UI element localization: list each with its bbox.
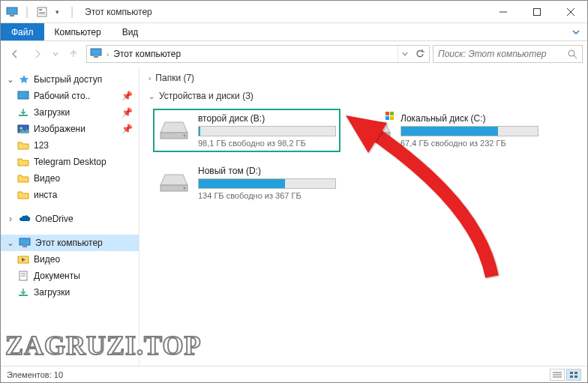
navigation-bar: › Этот компьютер (1, 41, 587, 67)
body: ⌄ Быстрый доступ Рабочий сто.. 📌 Загрузк… (1, 67, 587, 368)
svg-rect-38 (570, 372, 573, 374)
sidebar-item-123[interactable]: 123 (1, 137, 139, 154)
sidebar-quick-access[interactable]: ⌄ Быстрый доступ (1, 71, 139, 88)
drive-name: Новый том (D:) (198, 166, 336, 176)
drive-name: Локальный диск (C:) (400, 113, 538, 124)
address-bar[interactable]: › Этот компьютер (86, 45, 430, 63)
sidebar-pc-video[interactable]: Видео (1, 251, 139, 268)
forward-button[interactable] (28, 44, 47, 64)
chevron-down-icon: ⌄ (7, 74, 14, 85)
pictures-icon (17, 124, 29, 134)
sidebar-item-label: Видео (34, 173, 60, 184)
svg-rect-40 (570, 376, 573, 378)
sidebar-item-desktop[interactable]: Рабочий сто.. 📌 (1, 88, 139, 104)
drive-item[interactable]: второй диск (B:)98,1 ГБ свободно из 98,2… (153, 109, 340, 152)
pc-icon (5, 5, 19, 19)
address-dropdown[interactable] (398, 46, 411, 62)
svg-rect-19 (22, 246, 27, 247)
tab-file[interactable]: Файл (1, 23, 44, 40)
sidebar-item-insta[interactable]: инста (1, 187, 139, 203)
documents-icon (17, 271, 29, 281)
drive-item[interactable]: Новый том (D:)134 ГБ свободно из 367 ГБ (153, 161, 340, 205)
svg-point-34 (184, 187, 186, 190)
drive-name: второй диск (B:) (198, 113, 336, 124)
desktop-icon (17, 91, 29, 101)
pin-icon: 📌 (122, 91, 133, 101)
search-icon[interactable] (568, 49, 578, 59)
sidebar-item-label: 123 (34, 140, 49, 151)
downloads-icon (17, 287, 29, 298)
svg-rect-1 (10, 15, 14, 16)
window-buttons (486, 1, 587, 23)
svg-line-13 (574, 55, 577, 58)
ribbon-collapse-button[interactable] (565, 23, 587, 40)
chevron-down-icon: ⌄ (148, 92, 154, 100)
svg-rect-30 (390, 112, 394, 115)
drive-info: 134 ГБ свободно из 367 ГБ (198, 191, 336, 200)
status-bar: Элементов: 10 (1, 366, 587, 382)
sidebar-item-label: Загрузки (34, 287, 70, 298)
sidebar-pc-downloads[interactable]: Загрузки (1, 284, 139, 301)
group-label: Папки (7) (155, 73, 194, 83)
drive-icon (158, 113, 190, 140)
tab-view[interactable]: Вид (112, 23, 149, 40)
window-title: Этот компьютер (85, 7, 152, 17)
sidebar-item-pictures[interactable]: Изображени 📌 (1, 121, 139, 137)
main-content: › Папки (7) ⌄ Устройства и диски (3) вто… (140, 67, 587, 368)
sidebar-label: Быстрый доступ (34, 74, 102, 85)
sidebar-this-pc[interactable]: ⌄ Этот компьютер (1, 235, 139, 251)
recent-dropdown[interactable] (50, 44, 61, 64)
details-view-button[interactable] (550, 369, 565, 381)
minimize-button[interactable] (486, 1, 520, 23)
chevron-right-icon: › (7, 214, 14, 224)
svg-rect-39 (574, 372, 578, 374)
group-folders[interactable]: › Папки (7) (148, 73, 578, 83)
qat-dropdown-icon[interactable]: ▾ (50, 5, 64, 19)
divider-icon: | (65, 5, 79, 19)
sidebar-item-video[interactable]: Видео (1, 170, 139, 187)
svg-rect-41 (574, 376, 578, 378)
group-label: Устройства и диски (3) (159, 91, 254, 101)
tiles-view-button[interactable] (566, 369, 581, 381)
svg-rect-4 (39, 12, 45, 13)
svg-rect-10 (91, 49, 101, 55)
sidebar: ⌄ Быстрый доступ Рабочий сто.. 📌 Загрузк… (1, 67, 140, 368)
back-button[interactable] (5, 44, 25, 64)
refresh-button[interactable] (412, 46, 428, 62)
close-button[interactable] (554, 1, 587, 23)
sidebar-item-label: Рабочий сто.. (34, 91, 90, 101)
svg-rect-18 (20, 238, 30, 245)
pin-icon: 📌 (122, 107, 133, 118)
search-box[interactable] (433, 45, 583, 63)
svg-rect-14 (18, 91, 28, 99)
svg-rect-0 (7, 7, 17, 14)
svg-rect-29 (386, 112, 389, 115)
svg-rect-5 (39, 13, 45, 14)
address-path[interactable]: Этот компьютер (113, 49, 181, 59)
chevron-right-icon: › (106, 50, 109, 58)
drive-usage-bar (198, 126, 336, 136)
svg-rect-3 (39, 9, 42, 10)
sidebar-onedrive[interactable]: › OneDrive (1, 211, 139, 227)
onedrive-icon (19, 214, 31, 223)
svg-rect-11 (94, 56, 98, 58)
view-buttons (550, 369, 581, 381)
group-drives[interactable]: ⌄ Устройства и диски (3) (148, 91, 578, 101)
sidebar-item-telegram[interactable]: Telegram Desktop (1, 154, 139, 170)
sidebar-item-label: Документы (34, 271, 80, 281)
drive-icon (360, 113, 393, 140)
drive-info: 67,4 ГБ свободно из 232 ГБ (400, 139, 538, 148)
maximize-button[interactable] (520, 1, 554, 23)
sidebar-item-downloads[interactable]: Загрузки 📌 (1, 104, 139, 121)
folder-icon (17, 157, 29, 167)
properties-icon[interactable] (35, 5, 49, 19)
sidebar-item-label: Telegram Desktop (34, 157, 106, 167)
sidebar-pc-documents[interactable]: Документы (1, 268, 139, 284)
divider-icon: | (20, 5, 34, 19)
pin-icon: 📌 (122, 124, 133, 134)
star-icon (19, 74, 29, 85)
tab-computer[interactable]: Компьютер (44, 23, 112, 40)
drive-item[interactable]: Локальный диск (C:)67,4 ГБ свободно из 2… (356, 109, 543, 152)
up-button[interactable] (64, 44, 83, 64)
search-input[interactable] (438, 49, 568, 59)
